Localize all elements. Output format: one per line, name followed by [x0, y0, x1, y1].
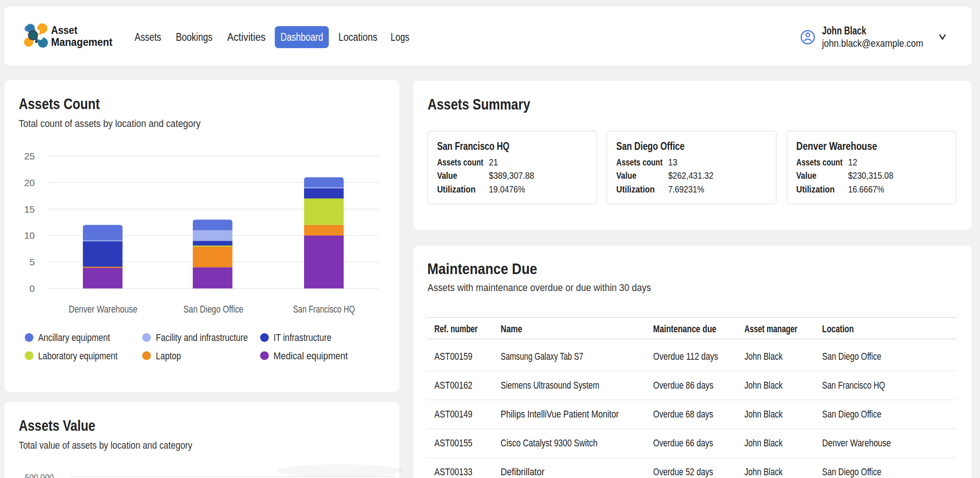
svg-text:San Diego Office: San Diego Office — [822, 466, 881, 478]
svg-text:Facility and infrastructure: Facility and infrastructure — [156, 332, 248, 343]
svg-text:John Black: John Black — [744, 437, 783, 449]
svg-text:John Black: John Black — [822, 25, 866, 37]
svg-text:IT infrastructure: IT infrastructure — [273, 332, 332, 343]
svg-text:Philips IntelliVue Patient Mon: Philips IntelliVue Patient Monitor — [501, 408, 619, 420]
svg-text:San Diego Office: San Diego Office — [184, 303, 244, 315]
svg-text:Overdue 86 days: Overdue 86 days — [653, 379, 713, 391]
svg-text:Siemens Ultrasound System: Siemens Ultrasound System — [501, 379, 599, 391]
svg-text:Ref. number: Ref. number — [435, 323, 478, 335]
svg-text:Location: Location — [822, 323, 854, 335]
svg-text:15: 15 — [24, 204, 35, 214]
svg-text:500,000: 500,000 — [25, 472, 54, 478]
svg-text:AST00162: AST00162 — [435, 379, 473, 391]
svg-text:San Francisco HQ: San Francisco HQ — [293, 303, 355, 315]
svg-text:Value: Value — [616, 170, 637, 181]
svg-text:5: 5 — [29, 257, 35, 267]
svg-text:Logs: Logs — [391, 31, 409, 43]
svg-text:Laboratory equipment: Laboratory equipment — [38, 350, 118, 362]
svg-text:San Diego Office: San Diego Office — [822, 351, 881, 362]
svg-text:Activities: Activities — [227, 31, 266, 43]
svg-text:Total count of assets by locat: Total count of assets by location and ca… — [19, 118, 201, 129]
svg-text:John Black: John Black — [744, 466, 783, 478]
svg-text:Overdue 68 days: Overdue 68 days — [653, 408, 713, 420]
svg-text:Total value of assets by locat: Total value of assets by location and ca… — [19, 440, 192, 451]
svg-text:Asset manager: Asset manager — [744, 323, 797, 335]
svg-text:10: 10 — [24, 230, 35, 241]
svg-text:13: 13 — [668, 157, 677, 167]
svg-text:John Black: John Black — [744, 351, 783, 362]
svg-text:Cisco Catalyst 9300 Switch: Cisco Catalyst 9300 Switch — [501, 437, 597, 449]
svg-text:Value: Value — [796, 170, 817, 181]
svg-text:Bookings: Bookings — [176, 31, 212, 43]
svg-text:Assets Summary: Assets Summary — [428, 95, 530, 113]
svg-text:John Black: John Black — [744, 408, 783, 420]
svg-text:john.black@example.com: john.black@example.com — [822, 38, 923, 49]
svg-text:Overdue 112 days: Overdue 112 days — [653, 351, 718, 362]
svg-text:Medical equipment: Medical equipment — [273, 350, 348, 362]
svg-text:Samsung Galaxy Tab S7: Samsung Galaxy Tab S7 — [501, 351, 583, 362]
svg-text:John Black: John Black — [744, 379, 783, 391]
svg-text:San Francisco HQ: San Francisco HQ — [437, 140, 509, 152]
svg-text:Assets count: Assets count — [796, 157, 843, 167]
svg-text:12: 12 — [848, 157, 857, 167]
svg-text:Dashboard: Dashboard — [281, 31, 323, 43]
svg-text:Asset: Asset — [51, 24, 78, 36]
svg-text:Assets count: Assets count — [437, 157, 483, 167]
svg-text:21: 21 — [489, 157, 498, 167]
svg-text:AST00155: AST00155 — [435, 437, 473, 449]
svg-text:AST00159: AST00159 — [435, 351, 473, 362]
svg-text:19.0476%: 19.0476% — [489, 184, 525, 194]
svg-text:AST00133: AST00133 — [435, 466, 473, 478]
svg-text:Maintenance Due: Maintenance Due — [427, 260, 537, 277]
svg-text:Maintenance due: Maintenance due — [653, 323, 716, 335]
svg-text:Assets Value: Assets Value — [19, 417, 95, 434]
svg-text:Denver Warehouse: Denver Warehouse — [69, 303, 137, 315]
svg-text:Defibrillator: Defibrillator — [501, 466, 544, 478]
svg-text:Name: Name — [501, 323, 522, 335]
svg-text:Denver Warehouse: Denver Warehouse — [796, 140, 877, 152]
svg-text:Laptop: Laptop — [156, 350, 181, 362]
svg-text:Utilization: Utilization — [796, 184, 835, 194]
svg-text:16.6667%: 16.6667% — [848, 184, 884, 194]
svg-text:7.69231%: 7.69231% — [668, 184, 704, 194]
svg-text:Assets Count: Assets Count — [19, 95, 100, 112]
svg-text:25: 25 — [24, 151, 35, 161]
svg-text:San Diego Office: San Diego Office — [822, 408, 881, 420]
svg-text:Ancillary equipment: Ancillary equipment — [38, 332, 110, 343]
svg-text:Locations: Locations — [338, 31, 377, 43]
svg-text:Management: Management — [51, 36, 113, 48]
svg-text:Utilization: Utilization — [616, 184, 655, 194]
svg-text:Assets with maintenance overdu: Assets with maintenance overdue or due w… — [428, 282, 651, 293]
svg-text:Assets: Assets — [135, 31, 161, 43]
svg-text:Overdue 66 days: Overdue 66 days — [653, 437, 713, 449]
svg-text:Overdue 52 days: Overdue 52 days — [653, 466, 713, 478]
svg-text:Assets count: Assets count — [616, 157, 663, 167]
svg-text:Value: Value — [437, 170, 457, 181]
svg-text:20: 20 — [24, 177, 35, 188]
svg-text:San Francisco HQ: San Francisco HQ — [822, 379, 885, 391]
svg-text:$230,315.08: $230,315.08 — [848, 170, 893, 181]
svg-text:AST00149: AST00149 — [435, 408, 473, 420]
svg-text:$262,431.32: $262,431.32 — [668, 170, 713, 181]
svg-text:0: 0 — [29, 283, 35, 294]
svg-text:San Diego Office: San Diego Office — [616, 140, 685, 152]
svg-text:$389,307.88: $389,307.88 — [489, 170, 534, 181]
svg-text:Utilization: Utilization — [437, 184, 475, 194]
svg-text:Denver Warehouse: Denver Warehouse — [822, 437, 891, 449]
